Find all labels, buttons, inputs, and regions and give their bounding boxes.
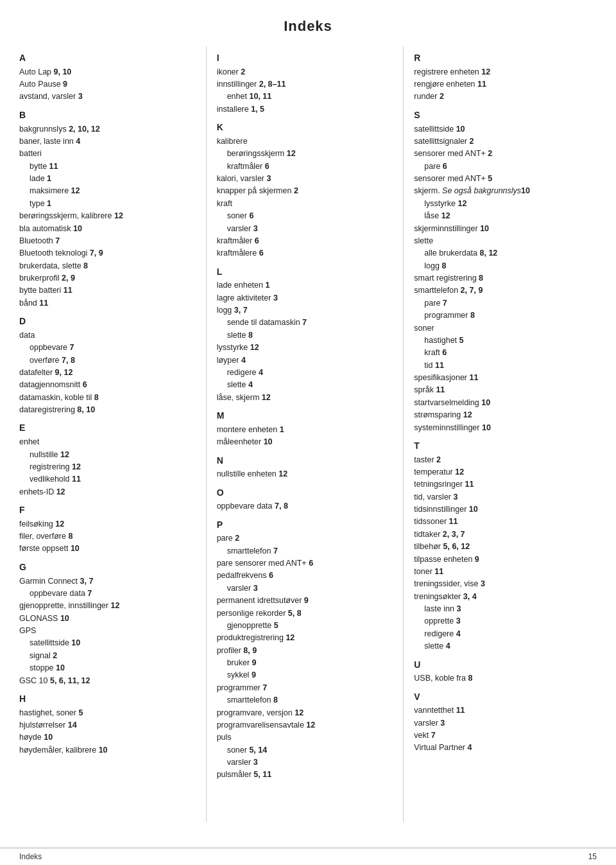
list-item: berøringsskjerm 12 xyxy=(217,148,393,160)
index-letter-t: T xyxy=(414,439,590,453)
list-item: oppbevare 7 xyxy=(19,342,196,354)
index-letter-a: A xyxy=(19,51,196,66)
list-item: tetningsringer 11 xyxy=(414,478,590,491)
list-item: logg 3, 7 xyxy=(217,304,393,317)
list-item: pare 7 xyxy=(414,297,590,310)
index-letter-e: E xyxy=(19,421,196,435)
page: Indeks AAuto Lap 9, 10Auto Pause 9avstan… xyxy=(0,0,616,865)
list-item: datafelter 9, 12 xyxy=(19,367,196,379)
list-item: maksimere 12 xyxy=(19,185,196,197)
list-item: satellittside 10 xyxy=(19,637,196,649)
list-item: innstillinger 2, 8–11 xyxy=(217,78,393,91)
list-item: vanntetthet 11 xyxy=(414,704,590,717)
list-item: første oppsett 10 xyxy=(19,543,196,555)
list-item: runder 2 xyxy=(414,91,590,103)
index-column-1: AAuto Lap 9, 10Auto Pause 9avstand, vars… xyxy=(19,46,202,822)
list-item: strømsparing 12 xyxy=(414,409,590,421)
list-item: lysstyrke 12 xyxy=(217,342,393,354)
index-letter-l: L xyxy=(217,265,393,279)
list-item: ikoner 2 xyxy=(217,66,393,78)
list-item: tid 11 xyxy=(414,360,590,372)
list-item: måleenheter 10 xyxy=(217,436,393,448)
list-item: puls xyxy=(217,731,393,744)
list-item: spesifikasjoner 11 xyxy=(414,372,590,384)
list-item: GPS xyxy=(19,625,196,637)
list-item: lade enheten 1 xyxy=(217,279,393,292)
list-item: stoppe 10 xyxy=(19,662,196,674)
index-letter-f: F xyxy=(19,503,196,518)
list-item: signal 2 xyxy=(19,650,196,662)
list-item: språk 11 xyxy=(414,384,590,396)
list-item: startvarselmelding 10 xyxy=(414,397,590,409)
list-item: batteri xyxy=(19,148,196,160)
index-column-3: Rregistrere enheten 12rengjøre enheten 1… xyxy=(407,46,597,822)
list-item: lysstyrke 12 xyxy=(414,198,590,210)
list-item: USB, koble fra 8 xyxy=(414,672,590,685)
list-item: pulsmåler 5, 11 xyxy=(217,769,393,781)
list-item: pare sensorer med ANT+ 6 xyxy=(217,557,393,570)
list-item: programmer 7 xyxy=(217,682,393,694)
list-item: brukerdata, slette 8 xyxy=(19,260,196,272)
list-item: enhets-ID 12 xyxy=(19,486,196,498)
index-letter-g: G xyxy=(19,561,196,575)
list-item: personlige rekorder 5, 8 xyxy=(217,607,393,620)
list-item: tid, varsler 3 xyxy=(414,491,590,503)
list-item: type 1 xyxy=(19,198,196,210)
list-item: sensorer med ANT+ 2 xyxy=(414,148,590,160)
list-item: pare 2 xyxy=(217,532,393,545)
list-item: høyde 10 xyxy=(19,731,196,744)
footer-left: Indeks xyxy=(19,852,42,861)
index-letter-h: H xyxy=(19,692,196,706)
list-item: tilpasse enheten 9 xyxy=(414,554,590,566)
list-item: sykkel 9 xyxy=(217,669,393,681)
list-item: overføre 7, 8 xyxy=(19,354,196,367)
list-item: Virtual Partner 4 xyxy=(414,742,590,754)
list-item: soner 6 xyxy=(217,210,393,222)
list-item: feilsøking 12 xyxy=(19,518,196,530)
index-letter-o: O xyxy=(217,486,393,500)
list-item: gjenopprette, innstillinger 12 xyxy=(19,600,196,612)
list-item: bytte batteri 11 xyxy=(19,284,196,297)
list-item: opprette 3 xyxy=(414,615,590,627)
list-item: treningsøkter 3, 4 xyxy=(414,591,590,603)
list-item: kraft 6 xyxy=(414,347,590,359)
column-divider-2 xyxy=(403,46,404,822)
index-letter-d: D xyxy=(19,315,196,329)
footer: Indeks 15 xyxy=(0,848,616,865)
list-item: kalibrere xyxy=(217,135,393,148)
list-item: nullstille 12 xyxy=(19,449,196,461)
column-divider-1 xyxy=(206,46,207,822)
list-item: kraftmåler 6 xyxy=(217,161,393,173)
list-item: montere enheten 1 xyxy=(217,424,393,436)
list-item: bytte 11 xyxy=(19,161,196,173)
list-item: brukerprofil 2, 9 xyxy=(19,272,196,284)
list-item: enhet xyxy=(19,436,196,448)
list-item: løyper 4 xyxy=(217,354,393,367)
list-item: smart registrering 8 xyxy=(414,272,590,284)
list-item: skjerminnstillinger 10 xyxy=(414,223,590,235)
list-item: datamaskin, koble til 8 xyxy=(19,392,196,404)
list-item: bla automatisk 10 xyxy=(19,223,196,235)
list-item: kraft xyxy=(217,198,393,210)
list-item: redigere 4 xyxy=(217,367,393,379)
list-item: datagjennomsnitt 6 xyxy=(19,379,196,391)
list-item: baner, laste inn 4 xyxy=(19,135,196,148)
list-item: programvare, versjon 12 xyxy=(217,707,393,719)
list-item: pare 6 xyxy=(414,161,590,173)
index-letter-b: B xyxy=(19,109,196,123)
index-letter-m: M xyxy=(217,409,393,423)
footer-right: 15 xyxy=(588,852,597,861)
index-letter-u: U xyxy=(414,658,590,672)
list-item: slette xyxy=(414,235,590,247)
list-item: tidtaker 2, 3, 7 xyxy=(414,529,590,541)
list-item: lagre aktiviteter 3 xyxy=(217,292,393,304)
list-item: gjenopprette 5 xyxy=(217,620,393,632)
list-item: sende til datamaskin 7 xyxy=(217,317,393,329)
list-item: Bluetooth 7 xyxy=(19,235,196,247)
list-item: pedalfrekvens 6 xyxy=(217,570,393,582)
list-item: logg 8 xyxy=(414,260,590,272)
list-item: slette 8 xyxy=(217,329,393,342)
index-letter-v: V xyxy=(414,690,590,704)
list-item: Bluetooth teknologi 7, 9 xyxy=(19,247,196,259)
list-item: registrering 12 xyxy=(19,461,196,473)
